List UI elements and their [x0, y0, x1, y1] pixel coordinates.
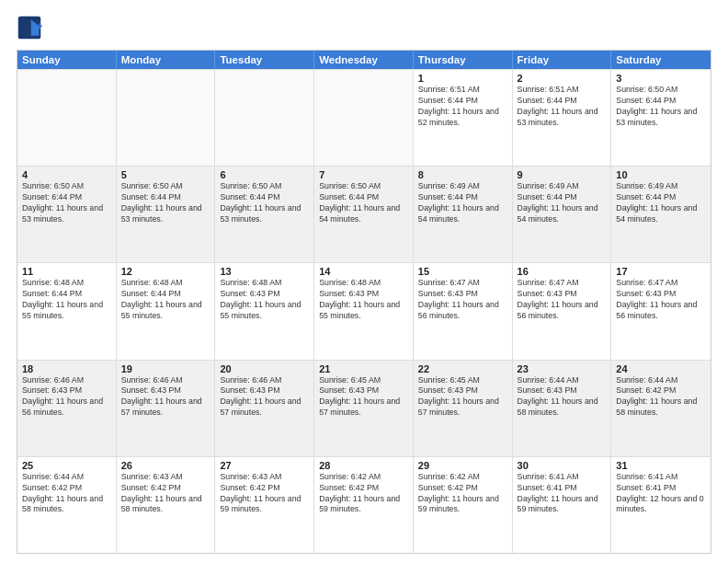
- day-info: Sunrise: 6:42 AM Sunset: 6:42 PM Dayligh…: [319, 472, 408, 516]
- cal-cell: 5Sunrise: 6:50 AM Sunset: 6:44 PM Daylig…: [117, 167, 216, 262]
- day-info: Sunrise: 6:44 AM Sunset: 6:42 PM Dayligh…: [616, 375, 706, 419]
- cal-cell: 30Sunrise: 6:41 AM Sunset: 6:41 PM Dayli…: [513, 457, 612, 553]
- day-number: 20: [220, 363, 309, 374]
- cal-cell: 22Sunrise: 6:45 AM Sunset: 6:43 PM Dayli…: [414, 361, 513, 456]
- week-row-3: 11Sunrise: 6:48 AM Sunset: 6:44 PM Dayli…: [17, 262, 711, 359]
- day-number: 2: [518, 73, 607, 84]
- header-day-sunday: Sunday: [17, 51, 117, 69]
- day-number: 31: [616, 460, 706, 471]
- cal-cell: 19Sunrise: 6:46 AM Sunset: 6:43 PM Dayli…: [117, 361, 216, 456]
- day-number: 7: [319, 169, 408, 180]
- day-number: 15: [418, 266, 507, 277]
- day-info: Sunrise: 6:48 AM Sunset: 6:44 PM Dayligh…: [22, 278, 111, 322]
- cal-cell: 26Sunrise: 6:43 AM Sunset: 6:42 PM Dayli…: [117, 457, 216, 553]
- day-number: 30: [518, 460, 607, 471]
- header-day-thursday: Thursday: [414, 51, 513, 69]
- cal-cell: 24Sunrise: 6:44 AM Sunset: 6:42 PM Dayli…: [611, 361, 711, 456]
- cal-cell: 23Sunrise: 6:44 AM Sunset: 6:43 PM Dayli…: [513, 361, 612, 456]
- day-number: 11: [22, 266, 111, 277]
- cal-cell: 15Sunrise: 6:47 AM Sunset: 6:43 PM Dayli…: [414, 263, 513, 359]
- cal-cell: 4Sunrise: 6:50 AM Sunset: 6:44 PM Daylig…: [17, 167, 117, 262]
- day-number: 14: [319, 266, 408, 277]
- day-info: Sunrise: 6:41 AM Sunset: 6:41 PM Dayligh…: [616, 472, 706, 516]
- cal-cell: [215, 70, 314, 166]
- cal-cell: [17, 70, 117, 166]
- cal-cell: 18Sunrise: 6:46 AM Sunset: 6:43 PM Dayli…: [17, 361, 117, 456]
- header-day-wednesday: Wednesday: [314, 51, 414, 69]
- week-row-5: 25Sunrise: 6:44 AM Sunset: 6:42 PM Dayli…: [17, 456, 711, 553]
- day-info: Sunrise: 6:49 AM Sunset: 6:44 PM Dayligh…: [418, 181, 507, 225]
- day-number: 18: [22, 363, 111, 374]
- cal-cell: 7Sunrise: 6:50 AM Sunset: 6:44 PM Daylig…: [314, 167, 414, 262]
- cal-cell: 1Sunrise: 6:51 AM Sunset: 6:44 PM Daylig…: [414, 70, 513, 166]
- day-number: 27: [220, 460, 309, 471]
- cal-cell: 13Sunrise: 6:48 AM Sunset: 6:43 PM Dayli…: [215, 263, 314, 359]
- day-number: 21: [319, 363, 408, 374]
- cal-cell: [117, 70, 216, 166]
- calendar: SundayMondayTuesdayWednesdayThursdayFrid…: [17, 50, 711, 554]
- day-number: 9: [518, 169, 607, 180]
- day-info: Sunrise: 6:51 AM Sunset: 6:44 PM Dayligh…: [518, 85, 607, 129]
- day-info: Sunrise: 6:47 AM Sunset: 6:43 PM Dayligh…: [616, 278, 706, 322]
- cal-cell: 28Sunrise: 6:42 AM Sunset: 6:42 PM Dayli…: [314, 457, 414, 553]
- header-day-tuesday: Tuesday: [215, 51, 314, 69]
- day-number: 6: [220, 169, 309, 180]
- cal-cell: 8Sunrise: 6:49 AM Sunset: 6:44 PM Daylig…: [414, 167, 513, 262]
- day-number: 22: [418, 363, 507, 374]
- day-number: 26: [121, 460, 210, 471]
- header-day-saturday: Saturday: [611, 51, 711, 69]
- cal-cell: 27Sunrise: 6:43 AM Sunset: 6:42 PM Dayli…: [215, 457, 314, 553]
- day-number: 8: [418, 169, 507, 180]
- logo: [17, 15, 46, 40]
- week-row-2: 4Sunrise: 6:50 AM Sunset: 6:44 PM Daylig…: [17, 166, 711, 262]
- cal-cell: 16Sunrise: 6:47 AM Sunset: 6:43 PM Dayli…: [513, 263, 612, 359]
- cal-cell: 20Sunrise: 6:46 AM Sunset: 6:43 PM Dayli…: [215, 361, 314, 456]
- day-info: Sunrise: 6:46 AM Sunset: 6:43 PM Dayligh…: [220, 375, 309, 419]
- day-number: 4: [22, 169, 111, 180]
- day-info: Sunrise: 6:51 AM Sunset: 6:44 PM Dayligh…: [418, 85, 507, 129]
- day-number: 10: [616, 169, 706, 180]
- day-number: 29: [418, 460, 507, 471]
- day-info: Sunrise: 6:47 AM Sunset: 6:43 PM Dayligh…: [518, 278, 607, 322]
- week-row-4: 18Sunrise: 6:46 AM Sunset: 6:43 PM Dayli…: [17, 360, 711, 456]
- day-number: 1: [418, 73, 507, 84]
- header-day-monday: Monday: [117, 51, 216, 69]
- day-number: 17: [616, 266, 706, 277]
- calendar-header: SundayMondayTuesdayWednesdayThursdayFrid…: [17, 51, 711, 69]
- day-info: Sunrise: 6:44 AM Sunset: 6:42 PM Dayligh…: [22, 472, 111, 516]
- header-day-friday: Friday: [513, 51, 612, 69]
- day-info: Sunrise: 6:49 AM Sunset: 6:44 PM Dayligh…: [518, 181, 607, 225]
- day-info: Sunrise: 6:41 AM Sunset: 6:41 PM Dayligh…: [518, 472, 607, 516]
- day-info: Sunrise: 6:48 AM Sunset: 6:44 PM Dayligh…: [121, 278, 210, 322]
- week-row-1: 1Sunrise: 6:51 AM Sunset: 6:44 PM Daylig…: [17, 69, 711, 166]
- cal-cell: 29Sunrise: 6:42 AM Sunset: 6:42 PM Dayli…: [414, 457, 513, 553]
- header: [17, 15, 711, 40]
- day-number: 28: [319, 460, 408, 471]
- logo-icon: [17, 15, 42, 40]
- cal-cell: 31Sunrise: 6:41 AM Sunset: 6:41 PM Dayli…: [611, 457, 711, 553]
- day-info: Sunrise: 6:49 AM Sunset: 6:44 PM Dayligh…: [616, 181, 706, 225]
- day-info: Sunrise: 6:50 AM Sunset: 6:44 PM Dayligh…: [121, 181, 210, 225]
- day-number: 3: [616, 73, 706, 84]
- day-number: 19: [121, 363, 210, 374]
- day-number: 23: [518, 363, 607, 374]
- calendar-body: 1Sunrise: 6:51 AM Sunset: 6:44 PM Daylig…: [17, 69, 711, 553]
- day-info: Sunrise: 6:43 AM Sunset: 6:42 PM Dayligh…: [220, 472, 309, 516]
- cal-cell: 6Sunrise: 6:50 AM Sunset: 6:44 PM Daylig…: [215, 167, 314, 262]
- day-info: Sunrise: 6:50 AM Sunset: 6:44 PM Dayligh…: [319, 181, 408, 225]
- day-info: Sunrise: 6:46 AM Sunset: 6:43 PM Dayligh…: [22, 375, 111, 419]
- cal-cell: 12Sunrise: 6:48 AM Sunset: 6:44 PM Dayli…: [117, 263, 216, 359]
- cal-cell: 14Sunrise: 6:48 AM Sunset: 6:43 PM Dayli…: [314, 263, 414, 359]
- cal-cell: 10Sunrise: 6:49 AM Sunset: 6:44 PM Dayli…: [611, 167, 711, 262]
- day-info: Sunrise: 6:48 AM Sunset: 6:43 PM Dayligh…: [220, 278, 309, 322]
- day-info: Sunrise: 6:50 AM Sunset: 6:44 PM Dayligh…: [22, 181, 111, 225]
- day-info: Sunrise: 6:44 AM Sunset: 6:43 PM Dayligh…: [518, 375, 607, 419]
- day-number: 5: [121, 169, 210, 180]
- cal-cell: 3Sunrise: 6:50 AM Sunset: 6:44 PM Daylig…: [611, 70, 711, 166]
- page: SundayMondayTuesdayWednesdayThursdayFrid…: [0, 0, 728, 563]
- day-number: 24: [616, 363, 706, 374]
- day-info: Sunrise: 6:45 AM Sunset: 6:43 PM Dayligh…: [319, 375, 408, 419]
- day-number: 12: [121, 266, 210, 277]
- cal-cell: 17Sunrise: 6:47 AM Sunset: 6:43 PM Dayli…: [611, 263, 711, 359]
- cal-cell: 2Sunrise: 6:51 AM Sunset: 6:44 PM Daylig…: [513, 70, 612, 166]
